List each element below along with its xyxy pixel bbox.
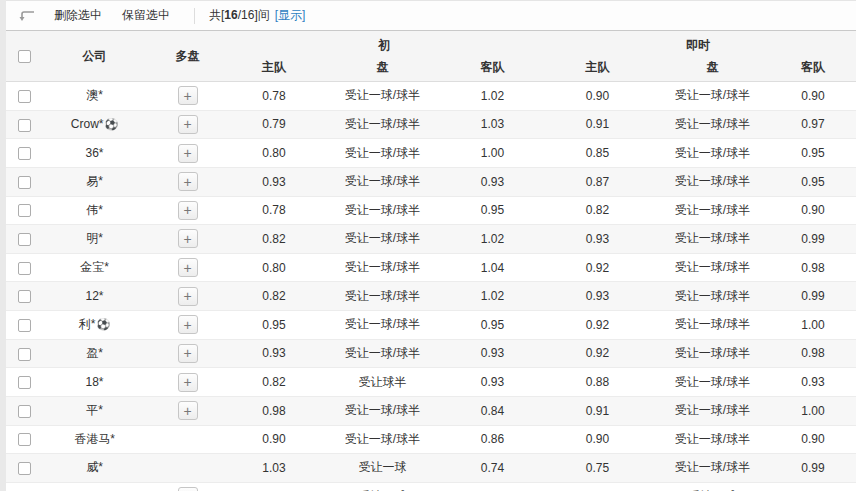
expand-odds-button[interactable]: +	[178, 172, 198, 191]
expand-odds-button[interactable]: +	[178, 229, 198, 248]
expand-odds-button[interactable]: +	[178, 344, 198, 363]
bookmaker-count: 共[16/16]间	[209, 7, 270, 24]
live-away-odds: 0.99	[770, 289, 856, 303]
live-home-odds: 0.92	[540, 318, 655, 332]
column-header-live-away: 客队	[770, 61, 856, 73]
company-cell: 12*	[42, 289, 147, 303]
company-name: 18*	[85, 375, 103, 389]
column-group-live: 即时 主队 盘 客队	[540, 31, 856, 81]
row-checkbox[interactable]	[18, 433, 31, 446]
row-checkbox[interactable]	[18, 262, 31, 275]
row-checkbox-cell	[6, 89, 42, 103]
initial-away-odds: 0.95	[445, 203, 540, 217]
column-header-initial-away: 客队	[445, 61, 540, 73]
row-checkbox[interactable]	[18, 233, 31, 246]
initial-home-odds: 0.98	[228, 404, 320, 418]
live-home-odds: 0.82	[540, 203, 655, 217]
live-away-odds: 0.98	[770, 261, 856, 275]
table-row: 易* + 0.93 受让一球/球半 0.93 0.87 受让一球/球半 0.95	[6, 168, 856, 197]
company-name: Crow*	[71, 117, 104, 131]
live-away-odds: 0.93	[770, 375, 856, 389]
row-checkbox-cell	[6, 117, 42, 131]
row-checkbox[interactable]	[18, 319, 31, 332]
column-header-initial-handicap: 盘	[320, 61, 445, 73]
plus-icon: +	[183, 317, 191, 333]
expand-odds-button[interactable]: +	[178, 315, 198, 334]
expand-odds-button[interactable]: +	[178, 487, 198, 491]
expand-odds-button[interactable]: +	[178, 144, 198, 163]
initial-away-odds: 1.02	[445, 289, 540, 303]
live-away-odds: 0.97	[770, 117, 856, 131]
table-row: 平* + 0.98 受让一球/球半 0.84 0.91 受让一球/球半 1.00	[6, 397, 856, 426]
initial-handicap: 受让一球/球半	[320, 288, 445, 305]
table-row: 威* 1.03 受让一球 0.74 0.75 受让一球/球半 0.99	[6, 454, 856, 483]
row-checkbox-cell	[6, 432, 42, 446]
row-checkbox-cell	[6, 203, 42, 217]
plus-icon: +	[183, 145, 191, 161]
company-cell: 香港马*	[42, 431, 147, 448]
live-handicap: 受让一球/球半	[655, 345, 770, 362]
expand-odds-button[interactable]: +	[178, 401, 198, 420]
company-cell: 澳*	[42, 87, 147, 104]
row-checkbox-cell	[6, 175, 42, 189]
initial-away-odds: 0.95	[445, 318, 540, 332]
initial-handicap: 受让一球/球半	[320, 145, 445, 162]
row-checkbox[interactable]	[18, 176, 31, 189]
expand-odds-button[interactable]: +	[178, 115, 198, 134]
select-all-checkbox[interactable]	[18, 50, 31, 63]
live-handicap: 受让一球/球半	[655, 374, 770, 391]
row-checkbox[interactable]	[18, 376, 31, 389]
row-checkbox[interactable]	[18, 462, 31, 475]
expand-odds-button[interactable]: +	[178, 201, 198, 220]
initial-handicap: 受让一球/球半	[320, 230, 445, 247]
expand-odds-button[interactable]: +	[178, 287, 198, 306]
company-name: 12*	[85, 289, 103, 303]
delete-selected-button[interactable]: 删除选中	[44, 7, 112, 24]
expand-odds-button[interactable]: +	[178, 258, 198, 277]
show-link[interactable]: [显示]	[275, 7, 306, 24]
row-checkbox[interactable]	[18, 348, 31, 361]
live-handicap: 受让一球/球半	[655, 230, 770, 247]
plus-icon: +	[183, 260, 191, 276]
row-checkbox-cell	[6, 461, 42, 475]
row-checkbox[interactable]	[18, 204, 31, 217]
column-header-live-handicap: 盘	[655, 61, 770, 73]
multi-odds-cell: +	[147, 487, 228, 491]
initial-home-odds: 0.80	[228, 146, 320, 160]
table-row: 12* + 0.82 受让一球/球半 1.02 0.93 受让一球/球半 0.9…	[6, 282, 856, 311]
initial-away-odds: 1.02	[445, 89, 540, 103]
plus-icon: +	[183, 88, 191, 104]
keep-selected-button[interactable]: 保留选中	[112, 7, 180, 24]
initial-home-odds: 0.80	[228, 261, 320, 275]
live-home-odds: 0.90	[540, 89, 655, 103]
live-away-odds: 0.90	[770, 89, 856, 103]
row-checkbox[interactable]	[18, 405, 31, 418]
multi-odds-cell: +	[147, 201, 228, 220]
row-checkbox[interactable]	[18, 290, 31, 303]
table-row: 盈* + 0.93 受让一球/球半 0.93 0.92 受让一球/球半 0.98	[6, 340, 856, 369]
initial-home-odds: 0.79	[228, 117, 320, 131]
row-checkbox-cell	[6, 404, 42, 418]
company-cell: Crow*⚽	[42, 117, 147, 131]
initial-away-odds: 0.93	[445, 346, 540, 360]
soccer-ball-icon: ⚽	[104, 118, 118, 130]
row-checkbox-cell	[6, 289, 42, 303]
row-checkbox[interactable]	[18, 119, 31, 132]
plus-icon: +	[183, 202, 191, 218]
initial-handicap: 受让一球/球半	[320, 431, 445, 448]
company-name: 盈*	[86, 346, 103, 360]
expand-odds-button[interactable]: +	[178, 86, 198, 105]
live-away-odds: 0.99	[770, 461, 856, 475]
initial-away-odds: 0.84	[445, 404, 540, 418]
live-away-odds: 0.95	[770, 175, 856, 189]
live-home-odds: 0.92	[540, 346, 655, 360]
multi-odds-cell: +	[147, 115, 228, 134]
row-checkbox[interactable]	[18, 147, 31, 160]
initial-handicap: 受让一球/球半	[320, 316, 445, 333]
live-home-odds: 0.93	[540, 289, 655, 303]
row-checkbox-cell	[6, 232, 42, 246]
row-checkbox[interactable]	[18, 90, 31, 103]
expand-odds-button[interactable]: +	[178, 373, 198, 392]
multi-odds-cell: +	[147, 315, 228, 334]
live-handicap: 受让一球/球半	[655, 87, 770, 104]
